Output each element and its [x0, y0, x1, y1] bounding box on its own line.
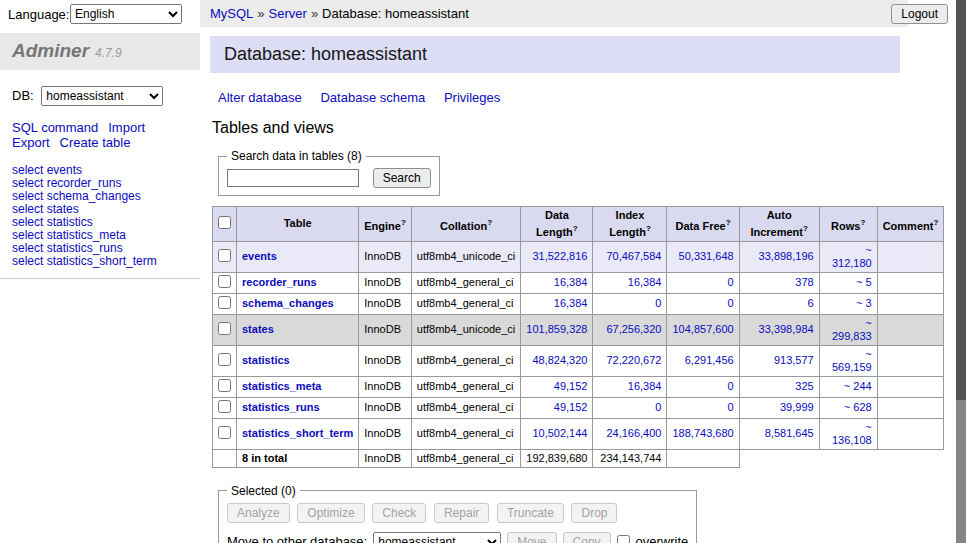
auto-increment-cell: 325: [739, 376, 819, 397]
row-checkbox[interactable]: [218, 249, 231, 262]
optimize-button[interactable]: Optimize: [297, 503, 364, 523]
help-icon: ?: [487, 218, 492, 227]
col-header-data-length: Data Length?: [521, 207, 593, 242]
total-data-free-cell: [667, 449, 739, 467]
col-header-collation: Collation?: [411, 207, 520, 242]
data-free-cell: 0: [667, 397, 739, 418]
sidebar-tables-list: select events select recorder_runs selec…: [0, 158, 200, 279]
database-schema-link[interactable]: Database schema: [320, 90, 425, 105]
search-input[interactable]: [227, 169, 359, 187]
table-link[interactable]: statistics: [242, 354, 290, 366]
sidebar-item-statistics-short-term[interactable]: select statistics_short_term: [12, 255, 188, 268]
logout-button[interactable]: Logout: [891, 4, 948, 24]
auto-increment-cell: 33,398,984: [739, 314, 819, 345]
total-collation-cell: utf8mb4_general_ci: [411, 449, 520, 467]
row-checkbox-cell: [213, 397, 237, 418]
vertical-scrollbar[interactable]: [956, 0, 966, 543]
col-header-table: Table: [237, 207, 359, 242]
row-checkbox[interactable]: [218, 353, 231, 366]
row-checkbox[interactable]: [218, 400, 231, 413]
table-row: statistics_short_term InnoDB utf8mb4_gen…: [213, 418, 944, 449]
engine-cell: InnoDB: [359, 376, 412, 397]
top-bar: Language: English MySQL»Server»Database:…: [0, 0, 966, 27]
language-label: Language:: [8, 7, 69, 22]
comment-cell: [877, 241, 944, 272]
collation-cell: utf8mb4_general_ci: [411, 397, 520, 418]
move-button[interactable]: Move: [507, 532, 556, 543]
table-name-cell: statistics_short_term: [237, 418, 359, 449]
index-length-cell: 16,384: [593, 272, 667, 293]
check-button[interactable]: Check: [372, 503, 426, 523]
table-link[interactable]: schema_changes: [242, 297, 334, 309]
help-icon: ?: [401, 218, 406, 227]
rows-count-cell: ~ 5: [819, 272, 877, 293]
table-row: statistics_meta InnoDB utf8mb4_general_c…: [213, 376, 944, 397]
select-all-checkbox[interactable]: [218, 216, 231, 229]
db-select[interactable]: homeassistant: [41, 86, 163, 106]
truncate-button[interactable]: Truncate: [497, 503, 564, 523]
copy-button[interactable]: Copy: [563, 532, 611, 543]
collation-cell: utf8mb4_general_ci: [411, 293, 520, 314]
search-button[interactable]: Search: [373, 168, 431, 188]
selected-fieldset: Selected (0) Analyze Optimize Check Repa…: [218, 484, 697, 543]
move-label: Move to other database:: [227, 534, 367, 543]
sidebar-link-import[interactable]: Import: [108, 120, 145, 135]
table-link[interactable]: statistics_short_term: [242, 427, 353, 439]
auto-increment-cell: 8,581,645: [739, 418, 819, 449]
table-row: recorder_runs InnoDB utf8mb4_general_ci …: [213, 272, 944, 293]
table-link[interactable]: states: [242, 323, 274, 335]
breadcrumb-current: Database: homeassistant: [322, 6, 469, 21]
help-icon: ?: [860, 218, 865, 227]
rows-count-cell: ~ 244: [819, 376, 877, 397]
selected-legend: Selected (0): [227, 484, 300, 498]
row-checkbox[interactable]: [218, 322, 231, 335]
search-fieldset: Search data in tables (8) Search: [218, 149, 440, 196]
alter-database-link[interactable]: Alter database: [218, 90, 302, 105]
row-checkbox-cell: [213, 293, 237, 314]
select-all-cell: [213, 207, 237, 242]
overwrite-label[interactable]: overwrite: [636, 534, 689, 543]
privileges-link[interactable]: Privileges: [444, 90, 500, 105]
rows-count-cell: ~ 136,108: [819, 418, 877, 449]
row-checkbox-cell: [213, 272, 237, 293]
data-free-cell: 104,857,600: [667, 314, 739, 345]
move-db-select[interactable]: homeassistant: [373, 532, 501, 543]
sidebar: Adminer4.7.9 DB: homeassistant SQL comma…: [0, 27, 200, 543]
analyze-button[interactable]: Analyze: [227, 503, 290, 523]
sidebar-command-links: SQL commandImport ExportCreate table: [0, 110, 200, 158]
language-select[interactable]: English: [70, 4, 182, 24]
row-checkbox[interactable]: [218, 379, 231, 392]
sidebar-link-export[interactable]: Export: [12, 135, 50, 150]
database-action-links: Alter database Database schema Privilege…: [218, 90, 956, 105]
row-checkbox[interactable]: [218, 275, 231, 288]
row-checkbox[interactable]: [218, 296, 231, 309]
sidebar-link-sql-command[interactable]: SQL command: [12, 120, 98, 135]
rows-count-cell: ~ 3: [819, 293, 877, 314]
engine-cell: InnoDB: [359, 293, 412, 314]
rows-count-cell: ~ 299,833: [819, 314, 877, 345]
overwrite-checkbox[interactable]: [617, 535, 630, 543]
scrollbar-thumb[interactable]: [956, 0, 966, 400]
data-length-cell: 49,152: [521, 397, 593, 418]
col-header-rows: Rows?: [819, 207, 877, 242]
row-checkbox-cell: [213, 345, 237, 376]
selected-buttons-row: Analyze Optimize Check Repair Truncate D…: [227, 503, 688, 523]
table-link[interactable]: events: [242, 250, 277, 262]
data-free-cell: 0: [667, 272, 739, 293]
sidebar-link-create-table[interactable]: Create table: [60, 135, 131, 150]
drop-button[interactable]: Drop: [571, 503, 617, 523]
engine-cell: InnoDB: [359, 397, 412, 418]
collation-cell: utf8mb4_general_ci: [411, 272, 520, 293]
table-link[interactable]: statistics_runs: [242, 401, 320, 413]
repair-button[interactable]: Repair: [434, 503, 489, 523]
data-length-cell: 10,502,144: [521, 418, 593, 449]
table-link[interactable]: statistics_meta: [242, 380, 322, 392]
breadcrumb-mysql-link[interactable]: MySQL: [210, 6, 253, 21]
breadcrumb-server-link[interactable]: Server: [269, 6, 307, 21]
row-checkbox[interactable]: [218, 426, 231, 439]
total-engine-cell: InnoDB: [359, 449, 412, 467]
row-checkbox-cell: [213, 376, 237, 397]
table-link[interactable]: recorder_runs: [242, 276, 317, 288]
rows-count-cell: ~ 569,159: [819, 345, 877, 376]
collation-cell: utf8mb4_general_ci: [411, 418, 520, 449]
